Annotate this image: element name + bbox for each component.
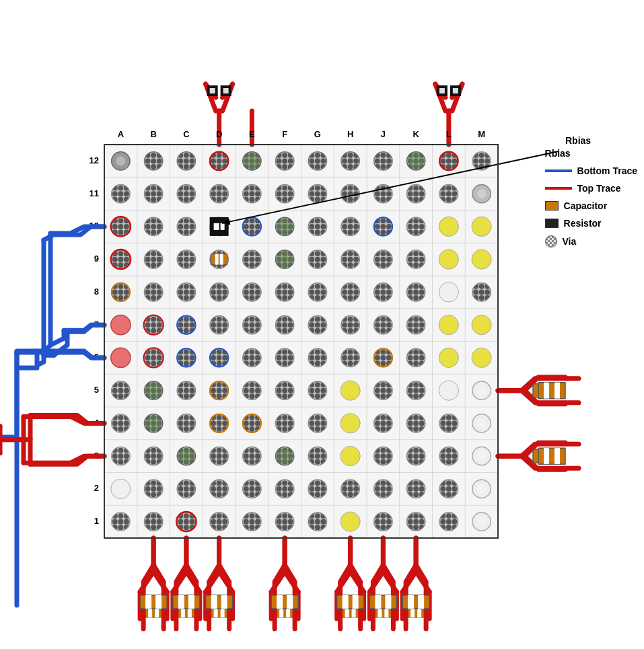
- legend-bottom-trace: Bottom Trace: [545, 165, 637, 176]
- legend-resistor: Resistor: [545, 218, 637, 229]
- bottom-trace-line: [545, 169, 572, 172]
- capacitor-icon: [545, 201, 559, 211]
- via-icon: [545, 235, 557, 247]
- via-label: Via: [563, 236, 577, 247]
- legend-rbias: Rbias: [545, 148, 637, 159]
- bottom-trace-label: Bottom Trace: [577, 165, 637, 176]
- top-trace-label: Top Trace: [577, 183, 621, 194]
- legend-panel: Rbias Bottom Trace Top Trace Capacitor R…: [545, 148, 637, 247]
- resistor-label: Resistor: [564, 218, 602, 229]
- rbias-label: Rbias: [545, 148, 571, 159]
- legend-via: Via: [545, 235, 637, 247]
- top-trace-line: [545, 187, 572, 190]
- legend-capacitor: Capacitor: [545, 200, 637, 211]
- legend-top-trace: Top Trace: [545, 183, 637, 194]
- capacitor-label: Capacitor: [564, 200, 608, 211]
- resistor-icon: [545, 219, 559, 228]
